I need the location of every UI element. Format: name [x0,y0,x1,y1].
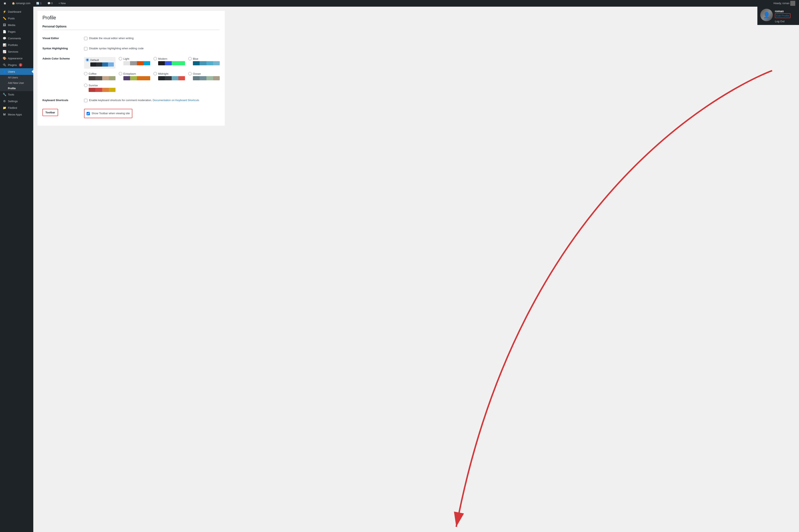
color-scheme-light-radio[interactable] [119,57,122,60]
color-scheme-sunrise-label[interactable]: Sunrise [84,84,115,87]
color-scheme-default: Default [84,57,115,69]
toolbar-checkbox[interactable] [87,112,90,115]
syntax-highlighting-checkbox-text: Disable syntax highlighting when editing… [89,47,144,50]
appearance-icon: 🎨 [2,57,6,60]
keyboard-shortcuts-checkbox-label[interactable]: Enable keyboard shortcuts for comment mo… [84,99,220,102]
settings-icon: ⚙ [2,99,6,103]
wp-wrapper: ⚡ Dashboard ✏️ Posts 🖼 Media 📄 Pages 💬 C… [0,7,799,532]
color-scheme-ectoplasm: Ectoplasm [119,72,150,80]
users-submenu: All Users Add New User Profile [0,75,33,91]
toolbar-field: Show Toolbar when viewing site [84,106,220,121]
color-scheme-midnight-label[interactable]: Midnight [154,72,185,75]
sidebar-item-media[interactable]: 🖼 Media [0,22,33,28]
page-title: Profile [42,15,220,21]
new-content-button[interactable]: + New [57,2,67,5]
user-avatar: 👤 [760,9,773,21]
sidebar-item-plugins[interactable]: 🔌 Plugins 1 [0,62,33,68]
edit-profile-link[interactable]: Edit Profile [775,13,791,18]
comments-item[interactable]: 💬 0 [46,2,54,5]
wp-logo[interactable]: ■ [2,1,7,6]
sidebar-item-settings[interactable]: ⚙ Settings [0,98,33,104]
howdy-user[interactable]: Howdy, roman [772,1,797,6]
coffee-swatches [89,76,115,80]
updates-item[interactable]: 🔄 1 [35,2,43,5]
sidebar-item-dashboard[interactable]: ⚡ Dashboard [0,8,33,15]
ectoplasm-swatches [123,76,150,80]
site-name[interactable]: 🏠 romangr.com [11,2,32,5]
color-scheme-row: Admin Color Scheme Default [42,54,220,95]
sidebar-item-filebird[interactable]: 📁 FileBird [0,104,33,111]
sidebar-item-comments[interactable]: 💬 Comments [0,35,33,42]
color-scheme-midnight: Midnight [154,72,185,80]
keyboard-shortcuts-text: Enable keyboard shortcuts for comment mo… [89,99,199,102]
color-scheme-modern-radio[interactable] [154,57,157,60]
toolbar-checkbox-text: Show Toolbar when viewing site [92,112,130,115]
active-arrow [32,70,33,73]
sidebar-item-portfolio[interactable]: 📊 Portfolio [0,42,33,48]
color-scheme-blue-label[interactable]: Blue [188,57,220,60]
toolbar-checkbox-label[interactable]: Show Toolbar when viewing site [87,112,130,115]
sidebar-item-label: Users [8,70,15,73]
sidebar-item-pages[interactable]: 📄 Pages [0,28,33,35]
color-scheme-light-label[interactable]: Light [119,57,150,60]
color-scheme-default-label[interactable]: Default [86,58,114,62]
sidebar-item-label: Media [8,23,15,26]
color-scheme-coffee-label[interactable]: Coffee [84,72,115,75]
sidebar-item-label: Comments [8,37,21,40]
users-icon: 👤 [2,70,6,73]
submenu-item-all-users[interactable]: All Users [0,75,33,80]
sidebar-item-users[interactable]: 👤 Users [0,68,33,75]
visual-editor-label: Visual Editor [42,33,84,43]
home-icon: 🏠 [12,2,15,5]
section-title: Personal Options [42,25,220,30]
sidebar-item-meowapps[interactable]: M Meow Apps [0,111,33,118]
color-scheme-ocean-label[interactable]: Ocean [188,72,220,75]
syntax-highlighting-label: Syntax Highlighting [42,43,84,54]
sidebar-item-appearance[interactable]: 🎨 Appearance [0,55,33,62]
tools-icon: 🔧 [2,93,6,96]
main-content: Profile Personal Options Visual Editor D… [33,7,799,532]
color-scheme-default-radio[interactable] [86,58,89,62]
color-scheme-coffee-radio[interactable] [84,72,88,75]
profile-form-table: Visual Editor Disable the visual editor … [42,33,220,121]
sidebar-item-label: Portfolio [8,43,18,46]
color-scheme-ectoplasm-radio[interactable] [119,72,122,75]
sidebar-item-tools[interactable]: 🔧 Tools [0,91,33,98]
color-scheme-blue-radio[interactable] [188,57,192,60]
midnight-swatches [158,76,185,80]
color-scheme-sunrise-radio[interactable] [84,84,88,87]
submenu-item-profile[interactable]: Profile [0,86,33,91]
color-scheme-ocean-radio[interactable] [188,72,192,75]
color-scheme-coffee: Coffee [84,72,115,80]
sidebar-item-label: Settings [8,100,18,103]
blue-swatches [193,61,220,65]
sidebar-item-label: Tools [8,93,14,96]
default-swatches [90,62,114,66]
color-scheme-blue: Blue [188,57,220,69]
meowapps-icon: M [2,113,6,116]
color-scheme-midnight-radio[interactable] [154,72,157,75]
color-scheme-modern-label[interactable]: Modern [154,57,185,60]
syntax-highlighting-checkbox-label[interactable]: Disable syntax highlighting when editing… [84,47,220,50]
sidebar-item-services[interactable]: 📈 Services [0,48,33,55]
portfolio-icon: 📊 [2,43,6,46]
dashboard-icon: ⚡ [2,10,6,13]
user-info: roman Edit Profile Log Out [775,9,791,23]
visual-editor-checkbox-label[interactable]: Disable the visual editor when writing [84,37,220,40]
keyboard-shortcuts-checkbox[interactable] [84,99,88,102]
visual-editor-checkbox-text: Disable the visual editor when writing [89,37,134,40]
modern-swatches [158,61,185,65]
sidebar-item-label: Posts [8,17,15,20]
logout-link[interactable]: Log Out [775,20,791,23]
color-scheme-field: Default [84,54,220,95]
sidebar-item-posts[interactable]: ✏️ Posts [0,15,33,22]
visual-editor-checkbox[interactable] [84,37,88,40]
submenu-item-add-new-user[interactable]: Add New User [0,80,33,86]
color-scheme-ocean: Ocean [188,72,220,80]
syntax-highlighting-checkbox[interactable] [84,47,88,50]
user-avatar-small [790,1,795,6]
syntax-highlighting-row: Syntax Highlighting Disable syntax highl… [42,43,220,54]
keyboard-shortcuts-docs-link[interactable]: Documentation on Keyboard Shortcuts [153,99,199,102]
color-scheme-ectoplasm-label[interactable]: Ectoplasm [119,72,150,75]
posts-icon: ✏️ [2,17,6,20]
